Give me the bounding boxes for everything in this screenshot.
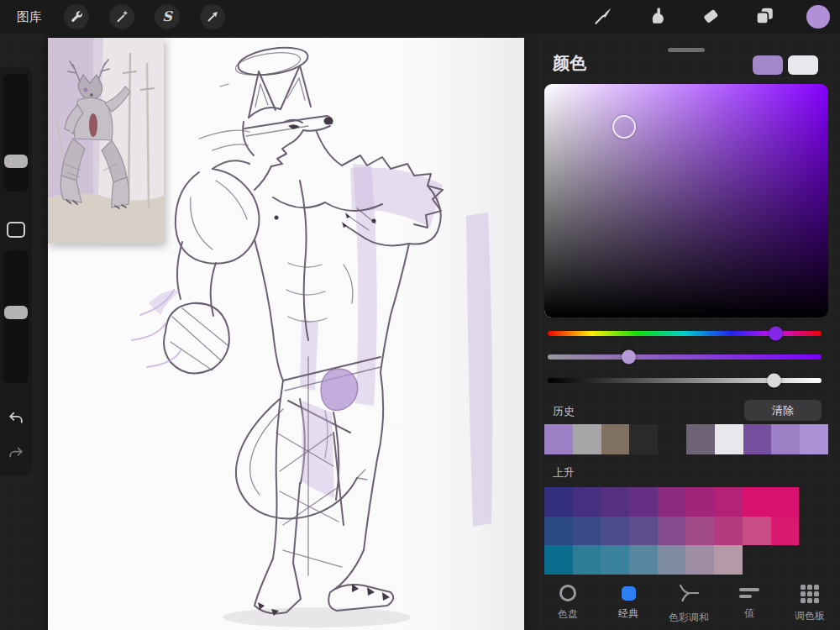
palette-swatch[interactable] — [714, 487, 743, 517]
history-swatch[interactable] — [601, 424, 630, 454]
opacity-handle[interactable] — [4, 306, 28, 319]
palette-grid — [544, 487, 799, 575]
palette-row — [544, 517, 799, 546]
history-swatch[interactable] — [686, 424, 715, 454]
palette-swatch[interactable] — [743, 487, 771, 517]
palette-swatch[interactable] — [658, 487, 686, 517]
tab-palettes[interactable]: 调色板 — [780, 581, 840, 627]
palette-swatch[interactable] — [685, 487, 714, 517]
secondary-color-swatch[interactable] — [788, 55, 818, 75]
eraser-icon — [700, 5, 722, 29]
palette-swatch-empty — [743, 545, 771, 575]
history-swatch[interactable] — [715, 424, 743, 454]
palette-swatch[interactable] — [685, 517, 714, 546]
history-swatch[interactable] — [800, 424, 828, 454]
brush-size-slider[interactable] — [3, 74, 29, 192]
wrench-icon — [69, 9, 84, 24]
disc-icon — [559, 585, 576, 601]
hue-slider[interactable] — [548, 331, 822, 336]
palette-swatch[interactable] — [714, 545, 743, 575]
brush-icon — [592, 5, 614, 29]
side-toolbar — [0, 67, 32, 476]
selection-icon: S — [162, 10, 172, 24]
reference-image — [48, 38, 164, 244]
saturation-slider[interactable] — [548, 354, 822, 360]
classic-icon — [622, 586, 636, 601]
color-panel-title: 颜色 — [553, 52, 586, 75]
modify-button[interactable] — [0, 217, 32, 242]
picker-cursor[interactable] — [612, 115, 636, 139]
palette-swatch[interactable] — [685, 545, 714, 575]
palette-swatch[interactable] — [601, 545, 629, 575]
history-label: 历史 — [553, 404, 575, 419]
modify-square-icon — [7, 222, 25, 238]
redo-button[interactable] — [0, 441, 32, 466]
undo-button[interactable] — [0, 407, 32, 433]
palette-swatch[interactable] — [544, 517, 573, 546]
palette-swatch[interactable] — [629, 487, 658, 517]
selection-button[interactable]: S — [155, 4, 180, 29]
history-swatch[interactable] — [573, 424, 601, 454]
color-panel-tabs: 色盘 经典 色彩调和 值 调色板 — [538, 581, 840, 627]
palette-swatch[interactable] — [629, 545, 658, 575]
adjustments-button[interactable] — [109, 4, 134, 29]
tab-value[interactable]: 值 — [719, 581, 780, 627]
palette-name-label: 上升 — [553, 465, 575, 480]
gallery-button[interactable]: 图库 — [15, 9, 44, 25]
tab-disc[interactable]: 色盘 — [538, 581, 598, 627]
layers-button[interactable] — [753, 5, 776, 29]
brightness-slider[interactable] — [548, 378, 822, 383]
tab-classic[interactable]: 经典 — [598, 581, 659, 627]
palette-swatch[interactable] — [544, 487, 573, 517]
history-swatch[interactable] — [743, 424, 772, 454]
smudge-icon — [646, 5, 668, 29]
procreate-app: 图库 S — [0, 0, 840, 630]
palette-swatch[interactable] — [658, 517, 686, 546]
tab-harmony[interactable]: 色彩调和 — [659, 581, 719, 627]
palette-swatch[interactable] — [771, 487, 800, 517]
picker-value-layer — [544, 84, 828, 318]
palette-swatch[interactable] — [601, 517, 629, 546]
actions-button[interactable] — [64, 4, 89, 29]
opacity-slider[interactable] — [3, 250, 29, 383]
toolbar-right-group — [591, 5, 830, 29]
palette-swatch[interactable] — [573, 545, 601, 575]
palettes-icon — [801, 585, 819, 603]
primary-color-swatch[interactable] — [753, 55, 783, 75]
canvas[interactable] — [48, 38, 524, 630]
toolbar-left-group: 图库 S — [15, 4, 225, 29]
transform-icon — [205, 9, 220, 24]
saturation-brightness-picker[interactable] — [544, 84, 828, 318]
palette-swatch[interactable] — [544, 545, 573, 575]
history-swatch[interactable] — [629, 424, 658, 454]
smudge-button[interactable] — [645, 5, 669, 29]
palette-swatch[interactable] — [658, 545, 686, 575]
brush-button[interactable] — [591, 5, 615, 29]
panel-drag-handle[interactable] — [668, 48, 705, 52]
palette-swatch[interactable] — [771, 517, 800, 546]
history-swatch[interactable] — [771, 424, 800, 454]
palette-swatch-empty — [771, 545, 800, 575]
undo-icon — [7, 411, 25, 430]
eraser-button[interactable] — [699, 5, 722, 29]
saturation-slider-thumb[interactable] — [622, 350, 636, 365]
history-swatches — [544, 424, 828, 454]
palette-swatch[interactable] — [573, 487, 601, 517]
brush-size-handle[interactable] — [4, 155, 28, 168]
brightness-slider-thumb[interactable] — [767, 374, 781, 388]
palette-swatch[interactable] — [714, 517, 743, 546]
layers-icon — [753, 5, 775, 29]
palette-swatch[interactable] — [601, 487, 629, 517]
history-swatch-empty — [658, 424, 686, 454]
color-panel: 颜色 历史 清除 上升 色盘 经典 色彩调和 — [538, 34, 840, 630]
active-color-button[interactable] — [806, 5, 830, 29]
palette-swatch[interactable] — [573, 517, 601, 546]
hue-slider-thumb[interactable] — [769, 327, 783, 341]
history-swatch[interactable] — [544, 424, 573, 454]
transform-button[interactable] — [200, 4, 225, 29]
clear-history-button[interactable]: 清除 — [744, 400, 822, 421]
palette-swatch[interactable] — [743, 517, 771, 546]
harmony-icon — [678, 584, 700, 605]
palette-row — [544, 545, 799, 575]
palette-swatch[interactable] — [629, 517, 658, 546]
